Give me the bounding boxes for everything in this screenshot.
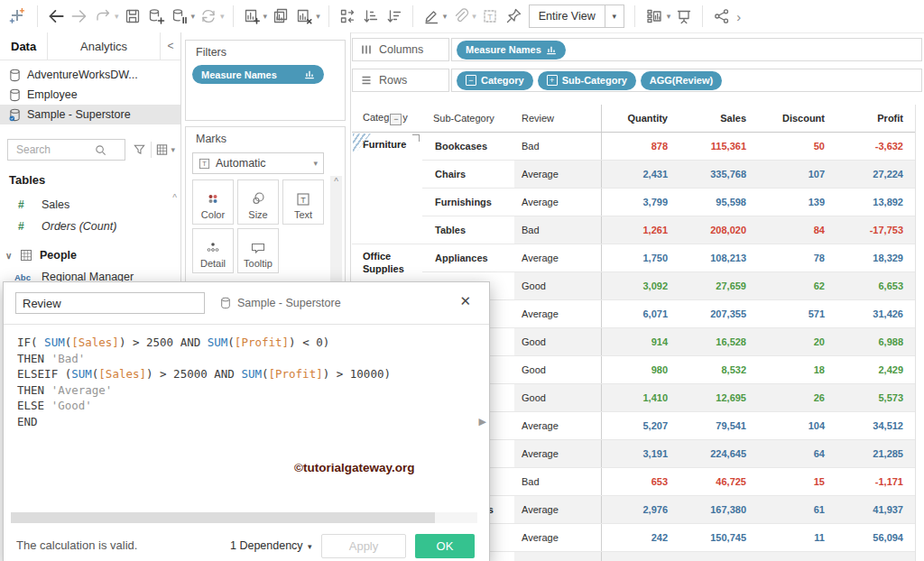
mark-type-dropdown[interactable]: T Automatic ▾ bbox=[192, 152, 324, 174]
measure-value-cell[interactable]: 15 bbox=[758, 468, 836, 496]
sort-ascending-button[interactable] bbox=[359, 4, 383, 29]
measure-value-cell[interactable]: 12,695 bbox=[679, 384, 758, 412]
refresh-button[interactable]: ▾ bbox=[197, 4, 226, 29]
measure-value-cell[interactable]: 1,261 bbox=[601, 216, 679, 244]
measure-value-cell[interactable]: 20 bbox=[758, 328, 836, 356]
measure-value-cell[interactable]: 107 bbox=[758, 161, 836, 189]
toolbar-overflow-icon[interactable]: › bbox=[735, 9, 743, 24]
measure-value-cell[interactable]: 150,745 bbox=[679, 524, 758, 552]
subcategory-cell[interactable]: Chairs bbox=[422, 161, 514, 189]
measure-value-cell[interactable]: 34,512 bbox=[836, 412, 915, 440]
expand-hierarchy-icon[interactable]: + bbox=[547, 75, 558, 86]
horizontal-scrollbar[interactable] bbox=[11, 512, 477, 523]
collapse-pane-icon[interactable]: < bbox=[161, 32, 180, 60]
measure-value-cell[interactable]: 50 bbox=[758, 133, 836, 161]
review-cell[interactable]: Average bbox=[514, 244, 601, 272]
measure-value-cell[interactable]: 104 bbox=[758, 412, 836, 440]
swap-rows-columns-button[interactable] bbox=[336, 4, 359, 29]
duplicate-sheet-button[interactable] bbox=[269, 4, 292, 29]
pill-category[interactable]: −Category bbox=[457, 71, 533, 90]
measure-value-cell[interactable]: 2,431 bbox=[601, 161, 679, 189]
subcategory-cell[interactable]: Appliances bbox=[422, 244, 514, 272]
review-cell[interactable]: Bad bbox=[514, 133, 601, 161]
new-datasource-button[interactable] bbox=[144, 4, 168, 29]
measure-value-cell[interactable]: 3,799 bbox=[601, 189, 679, 216]
measure-value-cell[interactable]: 980 bbox=[601, 356, 679, 384]
measure-value-cell[interactable]: 2,429 bbox=[836, 356, 915, 384]
review-cell[interactable]: Good bbox=[514, 552, 601, 561]
measure-value-cell[interactable]: 62 bbox=[758, 272, 836, 300]
show-mark-labels-button[interactable]: T bbox=[478, 4, 502, 29]
datasource-item-employee[interactable]: Employee bbox=[0, 85, 180, 105]
measure-value-cell[interactable]: 5,207 bbox=[601, 412, 679, 440]
measure-value-cell[interactable]: 167,380 bbox=[679, 496, 758, 524]
redo-button[interactable]: ▾ bbox=[91, 4, 121, 29]
forward-button[interactable] bbox=[68, 4, 91, 29]
rows-shelf[interactable]: −Category+Sub-CategoryAGG(Review) bbox=[451, 69, 922, 92]
clear-sheet-button[interactable]: ▾ bbox=[292, 4, 322, 29]
measure-value-cell[interactable]: 878 bbox=[601, 133, 679, 161]
show-hide-cards-button[interactable]: ▾ bbox=[642, 4, 673, 29]
review-cell[interactable]: Good bbox=[514, 272, 601, 300]
measure-value-cell[interactable]: 64 bbox=[758, 440, 836, 468]
pill-measure-names[interactable]: Measure Names bbox=[457, 41, 566, 60]
category-column-header[interactable]: Categ−y bbox=[352, 105, 422, 133]
measure-value-cell[interactable]: 108,213 bbox=[679, 244, 758, 272]
review-cell[interactable]: Average bbox=[514, 300, 601, 328]
measure-value-cell[interactable]: -3,632 bbox=[836, 133, 915, 161]
caret-down-icon[interactable]: ▾ bbox=[171, 146, 175, 154]
measure-value-cell[interactable]: 653 bbox=[601, 468, 679, 496]
tooltip-button[interactable]: Tooltip bbox=[237, 228, 279, 273]
share-button[interactable] bbox=[709, 4, 735, 29]
save-button[interactable] bbox=[121, 4, 144, 29]
pill-agg-review[interactable]: AGG(Review) bbox=[641, 71, 722, 90]
measure-value-cell[interactable]: 442 bbox=[601, 552, 679, 561]
measure-value-cell[interactable]: 139 bbox=[758, 189, 836, 216]
subcategory-column-header[interactable]: Sub-Category bbox=[422, 105, 514, 133]
measure-value-cell[interactable]: 18 bbox=[758, 356, 836, 384]
calculation-name-input[interactable] bbox=[15, 292, 205, 314]
measure-value-cell[interactable]: 27,659 bbox=[679, 272, 758, 300]
measure-value-cell[interactable]: 189,925 bbox=[679, 552, 758, 561]
pill-sub-category[interactable]: +Sub-Category bbox=[538, 71, 636, 90]
measure-value-cell[interactable]: 11 bbox=[758, 524, 836, 552]
text-button[interactable]: T Text bbox=[282, 179, 324, 225]
measure-value-cell[interactable]: 3,462 bbox=[836, 552, 915, 561]
subcategory-cell[interactable]: Furnishings bbox=[422, 189, 514, 216]
people-group-row[interactable]: ∨ People bbox=[0, 244, 180, 266]
view-data-grid-icon[interactable] bbox=[155, 143, 169, 157]
measure-value-cell[interactable]: -1,171 bbox=[836, 468, 915, 496]
scroll-up-icon[interactable]: ^ bbox=[330, 176, 342, 189]
review-cell[interactable]: Good bbox=[514, 328, 601, 356]
review-cell[interactable]: Average bbox=[514, 412, 601, 440]
pill-measure-names[interactable]: Measure Names bbox=[192, 65, 324, 84]
chevron-down-icon[interactable]: ∨ bbox=[5, 251, 20, 261]
tab-analytics[interactable]: Analytics bbox=[48, 32, 161, 60]
ok-button[interactable]: OK bbox=[415, 534, 475, 558]
review-cell[interactable]: Average bbox=[514, 496, 601, 524]
measure-value-cell[interactable]: 95,598 bbox=[679, 189, 758, 216]
measure-value-cell[interactable]: 78 bbox=[758, 244, 836, 272]
presentation-mode-button[interactable] bbox=[672, 4, 696, 29]
datasource-item-sample-superstore[interactable]: Sample - Superstore bbox=[0, 105, 180, 124]
review-cell[interactable]: Average bbox=[514, 189, 601, 216]
review-cell[interactable]: Bad bbox=[514, 468, 601, 496]
measure-value-cell[interactable]: 26 bbox=[758, 384, 836, 412]
review-cell[interactable]: Bad bbox=[514, 216, 601, 244]
review-cell[interactable]: Average bbox=[514, 524, 601, 552]
field-item-orders-count[interactable]: #Orders (Count) bbox=[0, 216, 180, 237]
fit-selector[interactable]: Entire View ▾ bbox=[529, 5, 624, 28]
measure-value-cell[interactable]: 208,020 bbox=[679, 216, 758, 244]
tab-data[interactable]: Data bbox=[0, 32, 48, 60]
measure-value-cell[interactable]: 242 bbox=[601, 524, 679, 552]
measure-value-cell[interactable]: 46,725 bbox=[679, 468, 758, 496]
caret-down-icon[interactable]: ▾ bbox=[605, 5, 624, 27]
measure-value-cell[interactable]: 84 bbox=[758, 216, 836, 244]
measure-value-cell[interactable]: 3,092 bbox=[601, 272, 679, 300]
scroll-up-icon[interactable]: ^ bbox=[172, 193, 177, 203]
measure-value-cell[interactable]: 6,988 bbox=[836, 328, 915, 356]
measure-value-cell[interactable]: 8,532 bbox=[679, 356, 758, 384]
subcategory-cell[interactable]: Bookcases bbox=[422, 133, 514, 161]
review-cell[interactable]: Average bbox=[514, 161, 601, 189]
quantity-column-header[interactable]: Quantity bbox=[601, 105, 679, 133]
